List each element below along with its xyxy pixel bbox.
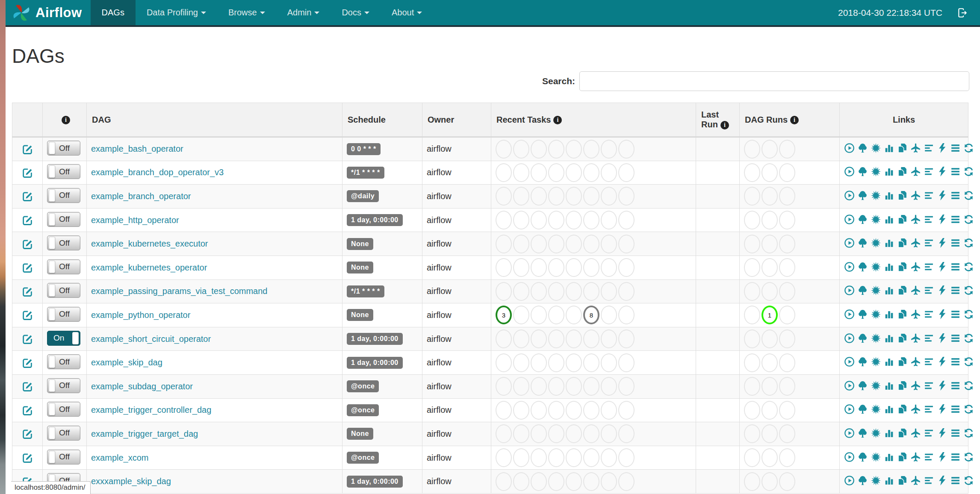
refresh-icon[interactable] xyxy=(963,475,974,486)
task-tries-icon[interactable] xyxy=(897,356,908,367)
tree-view-icon[interactable] xyxy=(857,238,868,248)
graph-view-icon[interactable] xyxy=(871,475,881,486)
logs-icon[interactable] xyxy=(950,190,961,201)
dag-pause-toggle[interactable]: Off xyxy=(47,378,80,393)
nav-item-about[interactable]: About xyxy=(381,0,433,25)
code-view-icon[interactable] xyxy=(937,285,948,296)
trigger-dag-icon[interactable] xyxy=(844,404,855,415)
dag-pause-toggle[interactable]: Off xyxy=(47,141,80,156)
tree-view-icon[interactable] xyxy=(857,309,868,320)
task-tries-icon[interactable] xyxy=(897,262,908,272)
refresh-icon[interactable] xyxy=(963,309,974,320)
edit-dag-icon[interactable] xyxy=(21,311,33,318)
dag-link[interactable]: example_trigger_controller_dag xyxy=(91,405,211,415)
task-duration-icon[interactable] xyxy=(884,356,894,367)
dag-pause-toggle[interactable]: Off xyxy=(47,402,80,417)
gantt-icon[interactable] xyxy=(924,452,934,462)
code-view-icon[interactable] xyxy=(937,262,948,272)
code-view-icon[interactable] xyxy=(937,143,948,153)
dag-pause-toggle[interactable]: Off xyxy=(47,235,80,250)
tree-view-icon[interactable] xyxy=(857,475,868,486)
tree-view-icon[interactable] xyxy=(857,380,868,391)
refresh-icon[interactable] xyxy=(963,404,974,415)
dag-pause-toggle[interactable]: Off xyxy=(47,212,80,227)
dag-link[interactable]: example_short_circuit_operator xyxy=(91,334,211,344)
dag-link[interactable]: example_xcom xyxy=(91,453,149,462)
task-duration-icon[interactable] xyxy=(884,452,894,462)
dag-pause-toggle[interactable]: Off xyxy=(47,188,80,203)
edit-dag-icon[interactable] xyxy=(21,359,33,366)
dag-link[interactable]: example_kubernetes_executor xyxy=(91,239,208,248)
nav-item-docs[interactable]: Docs xyxy=(331,0,381,25)
edit-dag-icon[interactable] xyxy=(21,406,33,413)
edit-dag-icon[interactable] xyxy=(21,216,33,223)
dag-pause-toggle[interactable]: On xyxy=(47,331,80,346)
logs-icon[interactable] xyxy=(950,214,961,225)
refresh-icon[interactable] xyxy=(963,190,974,201)
dag-pause-toggle[interactable]: Off xyxy=(47,426,80,441)
trigger-dag-icon[interactable] xyxy=(844,380,855,391)
edit-dag-icon[interactable] xyxy=(21,240,33,247)
refresh-icon[interactable] xyxy=(963,356,974,367)
trigger-dag-icon[interactable] xyxy=(844,333,855,344)
nav-item-admin[interactable]: Admin xyxy=(276,0,331,25)
task-duration-icon[interactable] xyxy=(884,380,894,391)
dag-link[interactable]: example_bash_operator xyxy=(91,144,183,153)
landing-times-icon[interactable] xyxy=(910,380,921,391)
trigger-dag-icon[interactable] xyxy=(844,143,855,153)
code-view-icon[interactable] xyxy=(937,238,948,248)
tree-view-icon[interactable] xyxy=(857,428,868,438)
task-duration-icon[interactable] xyxy=(884,262,894,272)
logs-icon[interactable] xyxy=(950,380,961,391)
code-view-icon[interactable] xyxy=(937,380,948,391)
nav-item-browse[interactable]: Browse xyxy=(217,0,276,25)
edit-dag-icon[interactable] xyxy=(21,168,33,176)
dag-link[interactable]: example_branch_operator xyxy=(91,191,191,201)
gantt-icon[interactable] xyxy=(924,475,934,486)
landing-times-icon[interactable] xyxy=(910,143,921,153)
landing-times-icon[interactable] xyxy=(910,404,921,415)
tree-view-icon[interactable] xyxy=(857,404,868,415)
logs-icon[interactable] xyxy=(950,309,961,320)
gantt-icon[interactable] xyxy=(924,428,934,438)
landing-times-icon[interactable] xyxy=(910,356,921,367)
logs-icon[interactable] xyxy=(950,404,961,415)
nav-item-data-profiling[interactable]: Data Profiling xyxy=(136,0,217,25)
gantt-icon[interactable] xyxy=(924,380,934,391)
edit-dag-icon[interactable] xyxy=(21,453,33,461)
landing-times-icon[interactable] xyxy=(910,475,921,486)
graph-view-icon[interactable] xyxy=(871,309,881,320)
gantt-icon[interactable] xyxy=(924,333,934,344)
graph-view-icon[interactable] xyxy=(871,143,881,153)
task-duration-icon[interactable] xyxy=(884,190,894,201)
nav-item-dags[interactable]: DAGs xyxy=(91,0,136,25)
dag-pause-toggle[interactable]: Off xyxy=(47,259,80,274)
refresh-icon[interactable] xyxy=(963,238,974,248)
task-tries-icon[interactable] xyxy=(897,452,908,462)
code-view-icon[interactable] xyxy=(937,404,948,415)
refresh-icon[interactable] xyxy=(963,428,974,438)
task-tries-icon[interactable] xyxy=(897,285,908,296)
edit-dag-icon[interactable] xyxy=(21,430,33,437)
trigger-dag-icon[interactable] xyxy=(844,190,855,201)
logs-icon[interactable] xyxy=(950,143,961,153)
tree-view-icon[interactable] xyxy=(857,452,868,462)
refresh-icon[interactable] xyxy=(963,380,974,391)
landing-times-icon[interactable] xyxy=(910,428,921,438)
dag-link[interactable]: exxxample_skip_dag xyxy=(91,476,171,486)
dag-link[interactable]: example_trigger_target_dag xyxy=(91,429,198,438)
task-tries-icon[interactable] xyxy=(897,166,908,177)
tree-view-icon[interactable] xyxy=(857,356,868,367)
gantt-icon[interactable] xyxy=(924,309,934,320)
task-tries-icon[interactable] xyxy=(897,143,908,153)
task-tries-icon[interactable] xyxy=(897,380,908,391)
trigger-dag-icon[interactable] xyxy=(844,452,855,462)
dag-pause-toggle[interactable]: Off xyxy=(47,450,80,465)
dag-link[interactable]: example_http_operator xyxy=(91,215,179,225)
trigger-dag-icon[interactable] xyxy=(844,285,855,296)
task-duration-icon[interactable] xyxy=(884,404,894,415)
task-duration-icon[interactable] xyxy=(884,428,894,438)
landing-times-icon[interactable] xyxy=(910,214,921,225)
trigger-dag-icon[interactable] xyxy=(844,166,855,177)
task-tries-icon[interactable] xyxy=(897,214,908,225)
